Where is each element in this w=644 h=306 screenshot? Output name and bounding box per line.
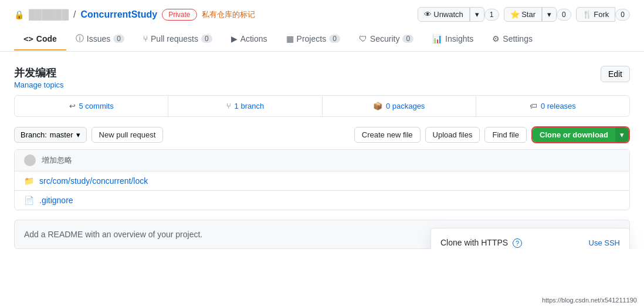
private-badge: Private [162, 9, 196, 21]
fork-button[interactable]: 🍴 Fork [576, 7, 616, 22]
branch-caret-icon: ▾ [76, 130, 80, 139]
branch-selector[interactable]: Branch: master ▾ [14, 127, 87, 143]
clone-dropdown: Clone with HTTPS ? Use SSH Use Git or ch… [431, 228, 630, 249]
edit-button[interactable]: Edit [601, 66, 630, 82]
branch-stat[interactable]: ⑂ 1 branch [168, 96, 322, 116]
clone-download-group: Clone or download ▾ [531, 126, 630, 143]
folder-icon: 📁 [24, 176, 33, 186]
use-ssh-link[interactable]: Use SSH [589, 238, 620, 247]
file-list: 增加忽略 📁 src/com/study/concurrent/lock 📄 .… [14, 149, 630, 210]
projects-count: 0 [329, 35, 340, 43]
find-file-button[interactable]: Find file [484, 127, 527, 143]
unwatch-group: 👁 Unwatch ▾ 1 [418, 7, 499, 22]
file-link[interactable]: src/com/study/concurrent/lock [39, 176, 148, 186]
insights-icon: 📊 [432, 34, 442, 43]
tab-projects[interactable]: ▦ Projects 0 [277, 28, 350, 51]
upload-files-button[interactable]: Upload files [425, 127, 480, 143]
fork-count: 0 [615, 9, 630, 21]
packages-stat[interactable]: 📦 0 packages [323, 96, 476, 116]
code-icon: <> [23, 34, 33, 43]
clone-or-download-button[interactable]: Clone or download [533, 127, 615, 142]
repo-owner[interactable]: ██████ [29, 9, 69, 20]
issues-icon: ⓘ [76, 33, 84, 44]
repo-separator: / [73, 9, 76, 20]
commits-value: 5 commits [79, 102, 114, 110]
commits-stat[interactable]: ↩ 5 commits [15, 96, 168, 116]
star-group: ⭐ Star ▾ 0 [504, 7, 571, 22]
repo-name[interactable]: ConcurrentStudy [80, 9, 157, 20]
tab-code[interactable]: <> Code [14, 28, 66, 51]
repo-description: 并发编程 [14, 66, 64, 80]
star-caret[interactable]: ▾ [542, 7, 557, 22]
packages-icon: 📦 [373, 102, 382, 110]
unwatch-count: 1 [484, 9, 499, 21]
repo-actions: 👁 Unwatch ▾ 1 ⭐ Star ▾ 0 🍴 Fork 0 [418, 7, 630, 22]
pr-count: 0 [201, 35, 212, 43]
file-icon: 📄 [24, 196, 33, 205]
branch-name: master [50, 130, 73, 139]
manage-topics-link[interactable]: Manage topics [14, 80, 64, 89]
tab-issues[interactable]: ⓘ Issues 0 [66, 28, 134, 51]
repo-nav: <> Code ⓘ Issues 0 ⑂ Pull requests 0 ▶ A… [14, 28, 630, 51]
tab-insights[interactable]: 📊 Insights [423, 28, 483, 51]
readme-text: Add a README with an overview of your pr… [24, 230, 202, 239]
file-link[interactable]: .gitignore [39, 196, 73, 205]
tab-actions[interactable]: ▶ Actions [222, 28, 277, 51]
repo-desc-row: 并发编程 Manage topics Edit [14, 66, 630, 89]
create-new-file-button[interactable]: Create new file [354, 127, 421, 143]
table-row: 📄 .gitignore [15, 191, 629, 210]
commits-icon: ↩ [69, 102, 76, 110]
private-annotation: 私有仓库的标记 [202, 9, 255, 20]
security-count: 0 [402, 35, 413, 43]
unwatch-button[interactable]: 👁 Unwatch [418, 7, 470, 22]
projects-icon: ▦ [286, 34, 294, 43]
issues-count: 0 [113, 35, 124, 43]
branch-label: Branch: [21, 130, 47, 139]
stats-bar: ↩ 5 commits ⑂ 1 branch 📦 0 packages 🏷 0 … [14, 95, 630, 117]
fork-group: 🍴 Fork 0 [576, 7, 630, 22]
tab-pull-requests[interactable]: ⑂ Pull requests 0 [134, 28, 222, 51]
clone-caret-button[interactable]: ▾ [615, 127, 629, 142]
pr-icon: ⑂ [143, 34, 148, 43]
settings-icon: ⚙ [492, 34, 500, 43]
releases-icon: 🏷 [530, 102, 537, 110]
branch-value: 1 branch [235, 102, 265, 110]
releases-stat[interactable]: 🏷 0 releases [476, 96, 629, 116]
actions-icon: ▶ [231, 34, 238, 43]
releases-value: 0 releases [541, 102, 576, 110]
lock-icon: 🔒 [14, 10, 24, 19]
table-row: 📁 src/com/study/concurrent/lock [15, 172, 629, 191]
branch-icon: ⑂ [226, 102, 231, 110]
packages-value: 0 packages [386, 102, 425, 110]
unwatch-caret[interactable]: ▾ [470, 7, 484, 22]
tab-security[interactable]: 🛡 Security 0 [350, 28, 423, 51]
avatar [24, 154, 36, 166]
new-pull-request-button[interactable]: New pull request [91, 127, 164, 143]
file-toolbar: Branch: master ▾ New pull request Create… [14, 126, 630, 143]
help-icon[interactable]: ? [513, 238, 522, 248]
star-count: 0 [557, 9, 571, 21]
commit-message: 增加忽略 [42, 155, 72, 166]
tab-settings[interactable]: ⚙ Settings [483, 28, 542, 51]
latest-commit-row: 增加忽略 [15, 150, 629, 172]
security-icon: 🛡 [359, 34, 367, 43]
star-button[interactable]: ⭐ Star [504, 7, 542, 22]
clone-title: Clone with HTTPS ? [440, 238, 522, 248]
